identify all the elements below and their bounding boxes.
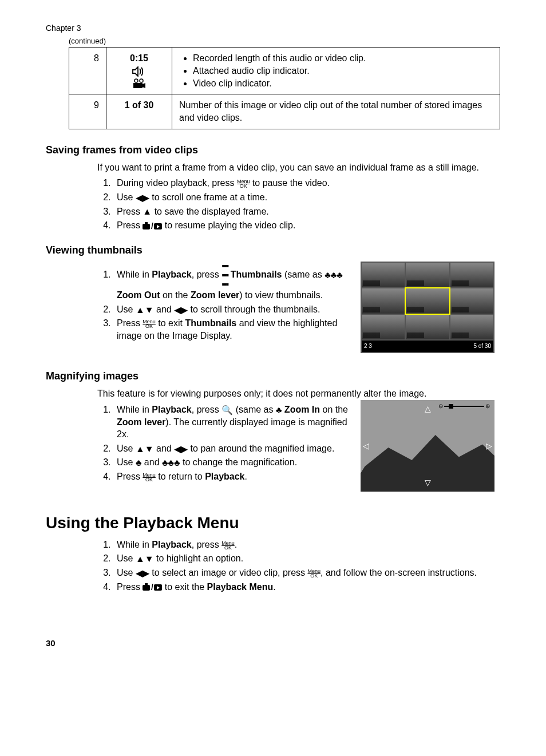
svg-point-1 [140,79,143,82]
row9-desc: Number of this image or video clip out o… [172,94,500,129]
chapter-label: Chapter 3 [46,23,500,34]
playback-menu-heading: Using the Playback Menu [46,512,500,534]
table-row: 8 0:15 Recorded length of this audio or … [69,48,500,94]
list-item: Use ◀▶ to scroll one frame at a time. [113,191,494,204]
left-right-arrows-icon: ◀▶ [174,445,188,454]
row9-num: 9 [69,94,106,129]
continued-label: (continued) [69,36,500,46]
list-item: Press / to resume playing the video clip… [113,219,494,232]
zoom-bar: ⊖⊕ [438,403,490,409]
list-item: Use ▲▼ to highlight an option. [113,552,494,565]
row9-label: 1 of 30 [106,94,172,129]
thumb-status-right: 5 of 30 [473,342,491,350]
thumbnails-heading: Viewing thumbnails [46,243,500,257]
pan-left-icon: ◁ [363,441,369,452]
up-down-arrows-icon: ▲▼ [136,445,154,454]
up-down-arrows-icon: ▲▼ [136,555,154,564]
list-item: Press / to exit the Playback Menu. [113,581,494,593]
page-number: 30 [46,638,56,649]
list-item: Use ◀▶ to select an image or video clip,… [113,567,494,579]
menu-ok-icon: MenuOK [307,569,321,578]
left-right-arrows-icon: ◀▶ [136,193,149,203]
up-arrow-icon: ▲ [143,207,152,216]
svg-text:/: / [151,222,153,230]
magnify-intro: This feature is for viewing purposes onl… [97,387,494,400]
zoom-in-tree-icon: ♣ [276,406,282,415]
svg-point-0 [134,79,138,82]
table-row: 9 1 of 30 Number of this image or video … [69,94,500,129]
menu-ok-icon: MenuOK [143,319,156,328]
pan-up-icon: △ [425,403,431,414]
magnify-icon: 🔍 [221,406,233,415]
saving-heading: Saving frames from video clips [46,143,500,157]
up-down-arrows-icon: ▲▼ [136,306,154,315]
thumbnails-preview: 2 3 5 of 30 [361,262,494,353]
video-clip-icon [132,78,147,89]
playback-menu-steps: While in Playback, press MenuOK. Use ▲▼ … [97,539,494,593]
info-table: 8 0:15 Recorded length of this audio or … [69,47,500,129]
magnify-heading: Magnifying images [46,369,500,383]
svg-rect-7 [143,585,150,591]
row8-icons: 0:15 [106,48,172,94]
list-item: While in Playback, press MenuOK. [113,539,494,551]
menu-ok-icon: MenuOK [237,179,250,188]
zoom-out-trees-icon: ♣♣♣ [325,271,343,280]
saving-steps: During video playback, press MenuOK to p… [97,177,494,231]
svg-rect-2 [133,83,143,88]
left-right-arrows-icon: ◀▶ [136,569,149,578]
svg-text:/: / [151,583,153,591]
svg-rect-8 [145,583,148,585]
zoom-out-trees-icon: ♣♣♣ [162,458,180,468]
saving-intro: If you want to print a frame from a vide… [97,161,494,174]
magnify-preview: ◁ ▷ △ ▽ ⊖⊕ [361,400,494,492]
zoom-in-tree-icon: ♣ [136,458,142,468]
pan-right-icon: ▷ [486,441,492,452]
pan-down-icon: ▽ [425,477,431,488]
left-right-arrows-icon: ◀▶ [174,306,188,315]
camera-playback-icon: / [143,583,162,591]
svg-rect-3 [143,224,150,229]
svg-rect-4 [145,222,148,224]
menu-ok-icon: MenuOK [221,541,235,550]
camera-playback-icon: / [143,222,162,230]
menu-ok-icon: MenuOK [143,473,156,482]
audio-clip-icon [132,66,147,77]
thumb-status-left: 2 3 [364,342,372,350]
row8-num: 8 [69,48,106,94]
thumbnails-grid-icon: ▪▪▪▪▪▪▪▪▪ [221,262,228,289]
row8-desc: Recorded length of this audio or video c… [172,48,500,94]
list-item: During video playback, press MenuOK to p… [113,177,494,189]
list-item: Press ▲ to save the displayed frame. [113,205,494,218]
